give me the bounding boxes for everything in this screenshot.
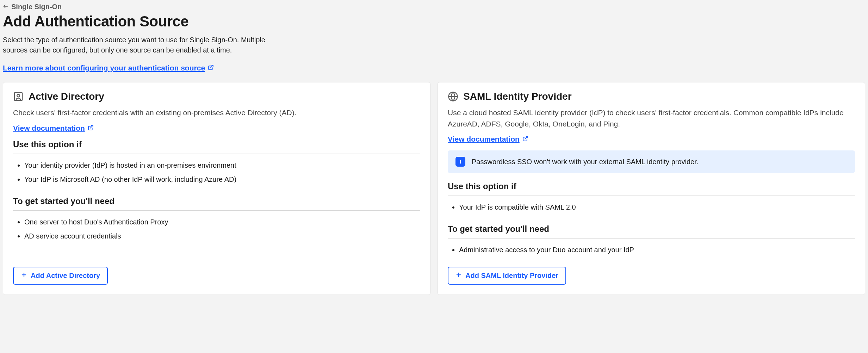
external-link-icon (88, 124, 94, 132)
card-active-directory: Active Directory Check users' first-fact… (3, 82, 430, 295)
card-title-ad: Active Directory (29, 91, 104, 102)
auth-source-cards: Active Directory Check users' first-fact… (3, 82, 865, 295)
add-saml-label: Add SAML Identity Provider (465, 272, 558, 280)
svg-point-10 (460, 160, 461, 161)
use-if-heading-saml: Use this option if (448, 181, 855, 196)
svg-point-3 (17, 94, 20, 97)
add-active-directory-button[interactable]: Add Active Directory (13, 267, 108, 285)
breadcrumb-back[interactable]: Single Sign-On (3, 3, 865, 11)
info-banner-saml: Passwordless SSO won't work with your ex… (448, 150, 855, 173)
doc-link-text-ad: View documentation (13, 124, 85, 132)
list-item: Administrative access to your Duo accoun… (459, 244, 855, 255)
doc-link-text-saml: View documentation (448, 135, 520, 143)
list-item: Your IdP is compatible with SAML 2.0 (459, 202, 855, 213)
need-heading-ad: To get started you'll need (13, 196, 420, 211)
need-list-ad: One server to host Duo's Authentication … (13, 216, 420, 244)
external-link-icon (208, 64, 214, 72)
info-icon (455, 157, 465, 167)
view-documentation-saml[interactable]: View documentation (448, 135, 855, 143)
card-header-ad: Active Directory (13, 91, 420, 102)
list-item: One server to host Duo's Authentication … (24, 216, 420, 228)
learn-more-text: Learn more about configuring your authen… (3, 64, 205, 72)
page-title: Add Authentication Source (3, 13, 865, 30)
svg-rect-11 (460, 161, 461, 164)
card-desc-ad: Check users' first-factor credentials wi… (13, 107, 420, 118)
card-saml-idp: SAML Identity Provider Use a cloud hoste… (438, 82, 865, 295)
globe-icon (448, 91, 458, 102)
list-item: AD service account credentials (24, 230, 420, 242)
need-list-saml: Administrative access to your Duo accoun… (448, 244, 855, 258)
arrow-left-icon (3, 3, 8, 11)
info-banner-text: Passwordless SSO won't work with your ex… (472, 158, 698, 166)
use-if-heading-ad: Use this option if (13, 140, 420, 154)
plus-icon (455, 272, 462, 280)
add-saml-idp-button[interactable]: Add SAML Identity Provider (448, 267, 566, 285)
learn-more-link[interactable]: Learn more about configuring your authen… (3, 64, 214, 72)
list-item: Your IdP is Microsoft AD (no other IdP w… (24, 174, 420, 185)
need-heading-saml: To get started you'll need (448, 224, 855, 239)
view-documentation-ad[interactable]: View documentation (13, 124, 420, 132)
add-ad-label: Add Active Directory (31, 272, 100, 280)
directory-icon (13, 91, 24, 102)
use-if-list-ad: Your identity provider (IdP) is hosted i… (13, 160, 420, 188)
svg-line-9 (525, 136, 528, 139)
svg-line-4 (90, 125, 93, 128)
page-description: Select the type of authentication source… (3, 35, 271, 55)
plus-icon (21, 272, 27, 280)
svg-line-1 (210, 65, 213, 68)
card-title-saml: SAML Identity Provider (463, 91, 572, 102)
card-header-saml: SAML Identity Provider (448, 91, 855, 102)
card-desc-saml: Use a cloud hosted SAML identity provide… (448, 107, 855, 129)
use-if-list-saml: Your IdP is compatible with SAML 2.0 (448, 202, 855, 216)
breadcrumb-label: Single Sign-On (11, 3, 62, 11)
list-item: Your identity provider (IdP) is hosted i… (24, 160, 420, 171)
external-link-icon (522, 135, 528, 143)
